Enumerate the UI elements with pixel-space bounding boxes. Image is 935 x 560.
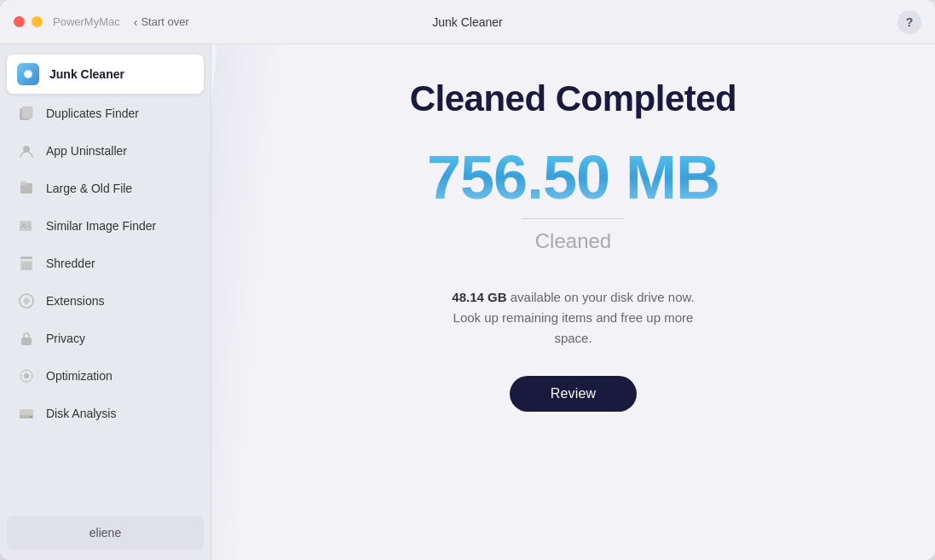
user-label[interactable]: eliene xyxy=(7,516,204,550)
amount-divider xyxy=(522,218,624,219)
content-wrapper: Cleaned Completed 756.50 MB Cleaned 48.1… xyxy=(211,44,935,560)
sidebar-item-shredder[interactable]: Shredder xyxy=(7,245,204,281)
svg-point-24 xyxy=(30,416,32,418)
amount-label: Cleaned xyxy=(535,229,611,253)
sidebar-item-duplicates-finder[interactable]: Duplicates Finder xyxy=(7,95,204,131)
svg-rect-6 xyxy=(20,182,26,185)
titlebar-title: Junk Cleaner xyxy=(432,15,503,29)
junk-cleaner-icon xyxy=(17,63,39,85)
titlebar: PowerMyMac ‹ Start over Junk Cleaner ? xyxy=(0,0,935,44)
amount-container: 756.50 MB Cleaned xyxy=(427,147,719,253)
sidebar-item-junk-cleaner[interactable]: Junk Cleaner xyxy=(7,55,204,94)
close-button[interactable] xyxy=(14,16,25,27)
extensions-icon xyxy=(17,292,36,310)
sidebar-item-label: Disk Analysis xyxy=(46,407,116,420)
privacy-icon xyxy=(17,329,36,348)
sidebar-item-label: Extensions xyxy=(46,294,104,308)
sidebar-item-label: Privacy xyxy=(46,332,85,345)
disk-space-value: 48.14 GB xyxy=(452,290,506,304)
sidebar-item-label: Shredder xyxy=(46,257,95,270)
sidebar-item-label: Optimization xyxy=(46,369,113,383)
minimize-button[interactable] xyxy=(32,16,43,27)
similar-image-finder-icon xyxy=(17,216,36,235)
sidebar-item-large-old-file[interactable]: Large & Old File xyxy=(7,170,204,206)
sidebar-item-extensions[interactable]: Extensions xyxy=(7,283,204,319)
back-arrow-icon: ‹ xyxy=(134,15,138,29)
main-content: Cleaned Completed 756.50 MB Cleaned 48.1… xyxy=(211,44,935,446)
amount-value: 756.50 MB xyxy=(427,147,719,208)
svg-rect-3 xyxy=(22,107,32,118)
sidebar-item-label: Large & Old File xyxy=(46,182,132,195)
sidebar: Junk Cleaner Duplicates Finder xyxy=(0,44,211,560)
help-button[interactable]: ? xyxy=(897,10,921,34)
svg-point-1 xyxy=(26,72,31,77)
large-old-file-icon xyxy=(17,179,36,198)
sidebar-item-label: Similar Image Finder xyxy=(46,219,156,233)
sidebar-item-optimization[interactable]: Optimization xyxy=(7,358,204,394)
svg-point-17 xyxy=(24,373,29,378)
sidebar-item-disk-analysis[interactable]: Disk Analysis xyxy=(7,395,204,431)
svg-rect-7 xyxy=(20,221,32,231)
disk-info: 48.14 GB available on your disk drive no… xyxy=(437,287,710,349)
sidebar-item-label: Junk Cleaner xyxy=(49,67,124,81)
main-area: Junk Cleaner Duplicates Finder xyxy=(0,44,935,560)
disk-analysis-icon xyxy=(17,404,36,423)
svg-rect-9 xyxy=(20,257,32,259)
app-window: PowerMyMac ‹ Start over Junk Cleaner ? xyxy=(0,0,935,560)
sidebar-item-app-uninstaller[interactable]: App Uninstaller xyxy=(7,133,204,169)
traffic-lights xyxy=(14,16,43,27)
sidebar-item-privacy[interactable]: Privacy xyxy=(7,320,204,356)
duplicates-finder-icon xyxy=(17,104,36,123)
sidebar-item-label: Duplicates Finder xyxy=(46,107,139,120)
cleaned-title: Cleaned Completed xyxy=(410,78,737,119)
start-over-button[interactable]: ‹ Start over xyxy=(134,15,189,29)
review-button[interactable]: Review xyxy=(510,376,638,412)
app-name: PowerMyMac xyxy=(53,15,120,28)
shredder-icon xyxy=(17,254,36,273)
sidebar-items: Junk Cleaner Duplicates Finder xyxy=(7,55,204,509)
app-uninstaller-icon xyxy=(17,141,36,160)
optimization-icon xyxy=(17,367,36,385)
svg-rect-15 xyxy=(21,338,32,345)
sidebar-item-similar-image-finder[interactable]: Similar Image Finder xyxy=(7,208,204,244)
sidebar-item-label: App Uninstaller xyxy=(46,144,127,158)
